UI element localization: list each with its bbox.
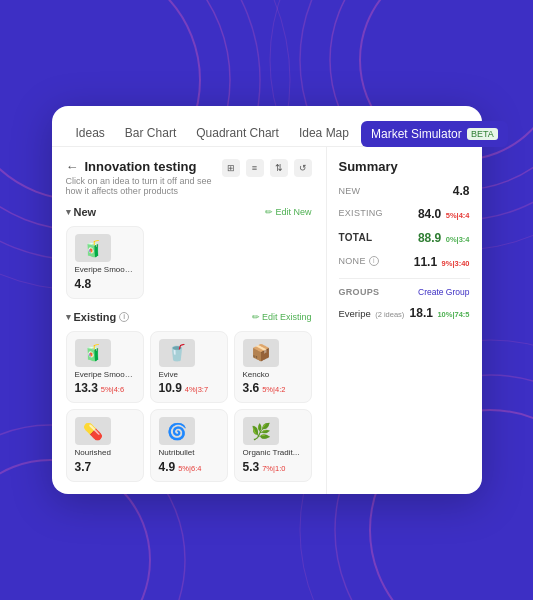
product-change: 4%|3:7 [185,385,208,394]
summary-new-value: 4.8 [453,184,470,198]
product-image: 🥤 [159,339,195,367]
tab-quadrant-chart[interactable]: Quadrant Chart [188,120,287,146]
summary-panel: Summary NEW 4.8 EXISTING 84.0 5%|4:4 TOT… [327,147,482,494]
product-name: Kencko [243,370,303,380]
summary-none-label: NONE [339,256,366,266]
groups-label: GROUPS [339,287,380,297]
product-score: 10.9 [159,381,182,395]
group-name: Everipe [339,308,371,319]
summary-total-value: 88.9 [418,231,441,245]
product-change: 7%|1:0 [262,464,285,473]
product-image: 🧃 [75,339,111,367]
product-name: Nutribullet [159,448,219,458]
group-count: (2 ideas) [375,310,404,319]
summary-total-change: 0%|3:4 [446,235,470,244]
product-change: 5%|6:4 [178,464,201,473]
product-image: 📦 [243,339,279,367]
existing-products-grid: 🧃 Everipe Smooth... 13.3 5%|4:6 🥤 Evive … [66,331,312,482]
summary-total-label: TOTAL [339,232,373,243]
product-change: 5%|4:2 [262,385,285,394]
summary-none-value: 11.1 [414,255,437,269]
none-info-icon[interactable]: i [369,256,379,266]
tab-bar: Ideas Bar Chart Quadrant Chart Idea Map … [52,106,482,147]
product-score: 4.8 [75,277,135,291]
new-section: ▾ New ✏ Edit New 🧃 Everipe Smooth... 4.8 [66,206,312,299]
beta-badge: BETA [467,128,498,140]
back-row: ← Innovation testing [66,159,222,174]
new-product[interactable]: 🧃 Everipe Smooth... 4.8 [66,226,144,299]
existing-section-header: ▾ Existing i ✏ Edit Existing [66,311,312,323]
existing-section-label: ▾ Existing i [66,311,130,323]
new-product-card: 🧃 Everipe Smooth... 4.8 [66,226,312,299]
product-score: 3.7 [75,460,92,474]
create-group-button[interactable]: Create Group [418,287,470,297]
group-change: 10%|74:5 [437,310,469,319]
card-body: ← Innovation testing Click on an idea to… [52,147,482,494]
summary-new-label: NEW [339,186,361,196]
toolbar: ⊞ ≡ ⇅ ↺ [222,159,312,177]
page-title: Innovation testing [85,159,197,174]
product-score: 13.3 [75,381,98,395]
summary-existing-label: EXISTING [339,208,383,218]
back-button[interactable]: ← [66,159,79,174]
toolbar-grid-icon[interactable]: ⊞ [222,159,240,177]
summary-none-change: 9%|3:40 [442,259,470,268]
edit-icon: ✏ [265,207,273,217]
tab-idea-map[interactable]: Idea Map [291,120,357,146]
product-image: 🌀 [159,417,195,445]
chevron-down-icon: ▾ [66,207,71,217]
tab-ideas[interactable]: Ideas [68,120,113,146]
product-name: Organic Tradit... [243,448,303,458]
product-name: Everipe Smooth... [75,370,135,380]
summary-row-new: NEW 4.8 [339,184,470,198]
summary-divider [339,278,470,279]
summary-row-total: TOTAL 88.9 0%|3:4 [339,228,470,246]
summary-row-existing: EXISTING 84.0 5%|4:4 [339,204,470,222]
product-image: 🧃 [75,234,111,262]
product-nourished[interactable]: 💊 Nourished 3.7 [66,409,144,482]
group-score: 18.1 [410,306,433,320]
product-name: Evive [159,370,219,380]
product-name: Nourished [75,448,135,458]
product-name: Everipe Smooth... [75,265,135,275]
summary-title: Summary [339,159,470,174]
product-image: 🌿 [243,417,279,445]
edit-new-button[interactable]: ✏ Edit New [265,207,311,217]
existing-section: ▾ Existing i ✏ Edit Existing 🧃 Everipe S… [66,311,312,482]
product-change: 5%|4:6 [101,385,124,394]
new-section-header: ▾ New ✏ Edit New [66,206,312,218]
new-section-label: ▾ New [66,206,97,218]
product-score: 3.6 [243,381,260,395]
tab-market-simulator[interactable]: Market Simulator BETA [361,121,508,147]
main-card: Ideas Bar Chart Quadrant Chart Idea Map … [52,106,482,494]
product-image: 💊 [75,417,111,445]
page-subtitle: Click on an idea to turn it off and see … [66,176,222,196]
product-evive[interactable]: 🥤 Evive 10.9 4%|3:7 [150,331,228,404]
group-row-everipe: Everipe (2 ideas) 18.1 10%|74:5 [339,303,470,321]
info-icon[interactable]: i [119,312,129,322]
summary-row-none: NONE i 11.1 9%|3:40 [339,252,470,270]
edit-existing-button[interactable]: ✏ Edit Existing [252,312,312,322]
product-everipe[interactable]: 🧃 Everipe Smooth... 13.3 5%|4:6 [66,331,144,404]
left-panel: ← Innovation testing Click on an idea to… [52,147,327,494]
toolbar-refresh-icon[interactable]: ↺ [294,159,312,177]
tab-bar-chart[interactable]: Bar Chart [117,120,184,146]
groups-header: GROUPS Create Group [339,287,470,297]
toolbar-list-icon[interactable]: ≡ [246,159,264,177]
edit-icon: ✏ [252,312,260,322]
product-kencko[interactable]: 📦 Kencko 3.6 5%|4:2 [234,331,312,404]
product-organic[interactable]: 🌿 Organic Tradit... 5.3 7%|1:0 [234,409,312,482]
toolbar-sort-icon[interactable]: ⇅ [270,159,288,177]
summary-existing-change: 5%|4:4 [446,211,470,220]
product-score: 5.3 [243,460,260,474]
summary-existing-value: 84.0 [418,207,441,221]
product-score: 4.9 [159,460,176,474]
product-nutribullet[interactable]: 🌀 Nutribullet 4.9 5%|6:4 [150,409,228,482]
chevron-down-icon: ▾ [66,312,71,322]
